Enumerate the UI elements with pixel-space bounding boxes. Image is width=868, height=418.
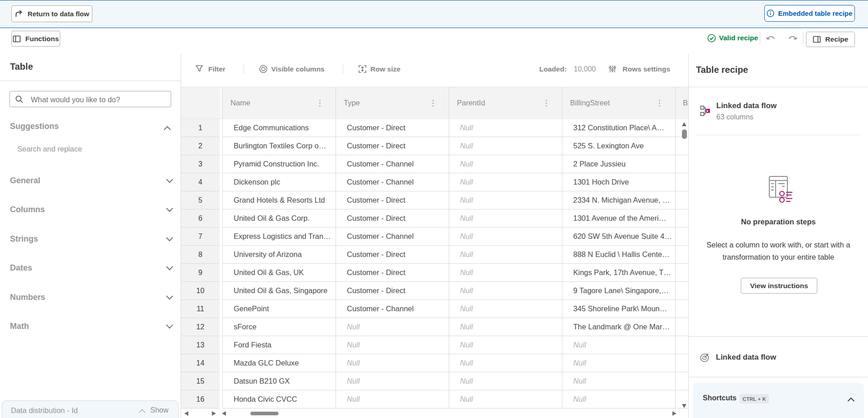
sidebar-section-columns[interactable]: Columns: [10, 204, 172, 215]
return-to-data-flow-button[interactable]: Return to data flow: [11, 5, 92, 22]
table-cell[interactable]: Null: [449, 372, 562, 390]
row-size-button[interactable]: Row size: [370, 65, 400, 73]
table-cell[interactable]: 345 Shoreline Park\ Moun…: [562, 300, 675, 318]
table-cell[interactable]: Dickenson plc: [222, 173, 336, 191]
table-cell[interactable]: Null: [336, 372, 449, 390]
table-cell[interactable]: Customer - Channel: [336, 173, 449, 191]
table-cell[interactable]: Grand Hotels & Resorts Ltd: [222, 191, 336, 209]
table-cell[interactable]: United Oil & Gas, UK: [222, 264, 336, 281]
table-cell[interactable]: 9 Tagore Lane\ Singapore,…: [562, 282, 675, 299]
table-cell[interactable]: Null: [449, 191, 562, 209]
table-cell[interactable]: Customer - Direct: [336, 282, 449, 299]
table-cell[interactable]: United Oil & Gas Corp.: [222, 209, 336, 227]
table-cell[interactable]: Null: [449, 137, 562, 155]
table-cell[interactable]: Customer - Channel: [336, 155, 449, 173]
scroll-down-icon[interactable]: [682, 404, 686, 408]
filter-button[interactable]: Filter: [208, 65, 225, 73]
column-header-billingstreet[interactable]: BillingStreet: [562, 87, 675, 119]
table-cell[interactable]: Datsun B210 GX: [222, 372, 336, 390]
table-cell[interactable]: Null: [449, 155, 562, 173]
table-cell[interactable]: 2 Place Jussieu: [562, 155, 675, 173]
table-cell[interactable]: Pyramid Construction Inc.: [222, 155, 336, 173]
table-cell[interactable]: Null: [449, 228, 562, 245]
sidebar-section-math[interactable]: Math: [10, 321, 172, 332]
column-menu-icon[interactable]: [546, 100, 547, 106]
redo-icon[interactable]: [787, 33, 798, 43]
sidebar-section-general[interactable]: General: [10, 175, 172, 186]
table-cell[interactable]: University of Arizona: [222, 246, 336, 263]
table-cell[interactable]: The Landmark @ One Mar…: [562, 318, 675, 336]
table-cell[interactable]: Null: [449, 354, 562, 372]
table-cell[interactable]: Customer - Direct: [336, 246, 449, 263]
table-cell[interactable]: Null: [449, 264, 562, 281]
recipe-button[interactable]: Recipe: [806, 32, 855, 47]
table-cell[interactable]: Null: [449, 209, 562, 227]
table-cell[interactable]: Burlington Textiles Corp o…: [222, 137, 336, 155]
table-cell[interactable]: Null: [449, 318, 562, 336]
table-cell[interactable]: Null: [449, 336, 562, 354]
sidebar-section-strings[interactable]: Strings: [10, 233, 172, 244]
table-cell[interactable]: Null: [449, 282, 562, 299]
view-instructions-button[interactable]: View instructions: [741, 278, 817, 294]
scroll-left-icon[interactable]: [222, 411, 226, 416]
sidebar-section-dates[interactable]: Dates: [10, 263, 172, 274]
table-cell[interactable]: Null: [562, 390, 675, 408]
column-menu-icon[interactable]: [319, 100, 321, 106]
sidebar-search[interactable]: [10, 91, 171, 107]
horizontal-scrollbar[interactable]: [181, 409, 688, 418]
table-cell[interactable]: Null: [449, 173, 562, 191]
vertical-scrollbar[interactable]: [681, 121, 687, 409]
undo-icon[interactable]: [766, 33, 776, 43]
column-menu-icon[interactable]: [659, 100, 660, 106]
table-cell[interactable]: 312 Constitution Place\ A…: [562, 119, 675, 137]
table-cell[interactable]: 1301 Hoch Drive: [562, 173, 675, 191]
suggestions-header[interactable]: Suggestions: [10, 122, 59, 131]
embedded-table-recipe-button[interactable]: Embedded table recipe: [764, 5, 855, 22]
table-cell[interactable]: Kings Park, 17th Avenue, T…: [562, 264, 675, 281]
table-cell[interactable]: 888 N Euclid \ Hallis Cente…: [562, 246, 675, 263]
table-cell[interactable]: Null: [449, 390, 562, 408]
scroll-up-icon[interactable]: [682, 122, 686, 126]
linked-data-flow-footer[interactable]: Linked data flow: [716, 353, 776, 362]
table-cell[interactable]: Null: [336, 318, 449, 336]
table-cell[interactable]: Express Logistics and Tran…: [222, 228, 336, 245]
horizontal-scrollbar-thumb[interactable]: [250, 412, 278, 415]
table-cell[interactable]: United Oil & Gas, Singapore: [222, 282, 336, 299]
search-input[interactable]: [30, 91, 168, 108]
table-cell[interactable]: Mazda GLC Deluxe: [222, 354, 336, 372]
table-cell[interactable]: Null: [562, 354, 675, 372]
table-cell[interactable]: Honda Civic CVCC: [222, 390, 336, 408]
suggestion-search-and-replace[interactable]: Search and replace: [17, 145, 82, 153]
table-cell[interactable]: Customer - Channel: [336, 228, 449, 245]
table-cell[interactable]: Null: [449, 300, 562, 318]
table-cell[interactable]: 620 SW 5th Avenue Suite 4…: [562, 228, 675, 245]
table-cell[interactable]: Customer - Direct: [336, 264, 449, 281]
show-button[interactable]: Show: [150, 406, 168, 414]
table-cell[interactable]: 1301 Avenue of the Ameri…: [562, 209, 675, 227]
table-cell[interactable]: Null: [336, 354, 449, 372]
column-menu-icon[interactable]: [432, 100, 434, 106]
column-header-partial[interactable]: Bil: [675, 87, 688, 119]
table-cell[interactable]: Edge Communications: [222, 119, 336, 137]
table-cell[interactable]: Null: [336, 336, 449, 354]
table-cell[interactable]: Null: [562, 336, 675, 354]
column-header-name[interactable]: Name: [222, 87, 336, 119]
functions-button[interactable]: Functions: [11, 31, 60, 47]
table-cell[interactable]: Ford Fiesta: [222, 336, 336, 354]
scroll-left-icon[interactable]: [184, 411, 188, 416]
rows-settings-button[interactable]: Rows settings: [623, 65, 670, 73]
scroll-right-icon[interactable]: [212, 411, 216, 416]
table-cell[interactable]: Null: [562, 372, 675, 390]
table-cell[interactable]: sForce: [222, 318, 336, 336]
table-cell[interactable]: 525 S. Lexington Ave: [562, 137, 675, 155]
table-cell[interactable]: GenePoint: [222, 300, 336, 318]
table-cell[interactable]: Customer - Direct: [336, 191, 449, 209]
table-cell[interactable]: Customer - Direct: [336, 209, 449, 227]
table-cell[interactable]: Null: [449, 119, 562, 137]
linked-data-flow-title[interactable]: Linked data flow: [716, 101, 777, 110]
sidebar-section-numbers[interactable]: Numbers: [10, 292, 172, 303]
column-header-type[interactable]: Type: [336, 87, 449, 119]
scroll-right-icon[interactable]: [672, 411, 676, 416]
table-cell[interactable]: 2334 N. Michigan Avenue, …: [562, 191, 675, 209]
table-cell[interactable]: Customer - Direct: [336, 119, 449, 137]
